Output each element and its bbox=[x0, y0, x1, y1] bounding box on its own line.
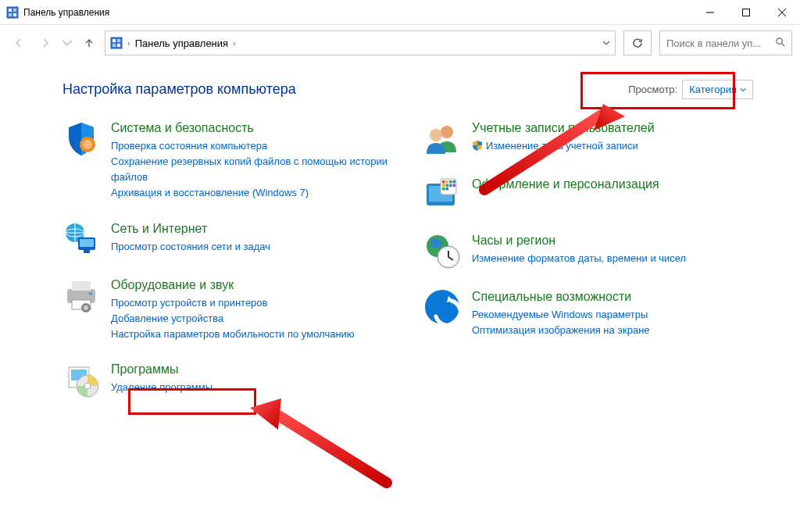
chevron-right-icon: › bbox=[233, 38, 236, 48]
category-title-system[interactable]: Система и безопасность bbox=[111, 121, 392, 135]
search-placeholder: Поиск в панели уп... bbox=[666, 37, 770, 49]
category-programs: Программы Удаление программы bbox=[62, 361, 392, 398]
svg-rect-40 bbox=[449, 184, 452, 187]
svg-rect-43 bbox=[446, 187, 449, 191]
category-title-ease[interactable]: Специальные возможности bbox=[472, 290, 753, 304]
sublink-hardware-0[interactable]: Просмотр устройств и принтеров bbox=[111, 295, 392, 311]
view-dropdown[interactable]: Категория bbox=[682, 80, 753, 99]
svg-rect-9 bbox=[112, 44, 116, 47]
svg-point-29 bbox=[441, 126, 453, 138]
category-title-programs[interactable]: Программы bbox=[111, 362, 392, 377]
close-button[interactable] bbox=[764, 0, 800, 25]
svg-rect-4 bbox=[13, 13, 16, 16]
category-title-clock[interactable]: Часы и регион bbox=[472, 234, 753, 248]
svg-rect-2 bbox=[13, 9, 16, 12]
breadcrumb-root[interactable]: Панель управления bbox=[135, 37, 228, 49]
svg-rect-18 bbox=[84, 250, 90, 253]
chevron-right-icon: › bbox=[127, 38, 130, 48]
page-title: Настройка параметров компьютера bbox=[62, 81, 628, 98]
category-clock: Часы и регион Изменение форматов даты, в… bbox=[423, 232, 753, 270]
users-icon bbox=[423, 120, 461, 157]
programs-disc-icon bbox=[62, 361, 100, 398]
svg-rect-35 bbox=[446, 180, 449, 184]
svg-rect-7 bbox=[112, 39, 116, 42]
sublink-network-0[interactable]: Просмотр состояния сети и задач bbox=[111, 239, 392, 255]
sublink-programs-uninstall[interactable]: Удаление программы bbox=[111, 380, 392, 395]
svg-point-13 bbox=[83, 140, 92, 149]
maximize-button[interactable] bbox=[728, 0, 764, 25]
svg-rect-3 bbox=[9, 13, 12, 16]
sublink-ease-1[interactable]: Оптимизация изображения на экране bbox=[472, 323, 753, 338]
category-title-hardware[interactable]: Оборудование и звук bbox=[111, 278, 392, 292]
category-title-users[interactable]: Учетные записи пользователей bbox=[472, 121, 753, 135]
category-title-network[interactable]: Сеть и Интернет bbox=[111, 222, 392, 236]
category-title-appearance[interactable]: Оформление и персонализация bbox=[472, 177, 753, 191]
svg-point-11 bbox=[777, 38, 782, 44]
refresh-button[interactable] bbox=[623, 30, 652, 55]
svg-rect-20 bbox=[72, 281, 91, 291]
sublink-system-1[interactable]: Сохранение резервных копий файлов с помо… bbox=[111, 154, 392, 185]
navbar: › Панель управления › Поиск в панели уп.… bbox=[0, 25, 800, 61]
svg-point-24 bbox=[84, 305, 88, 310]
category-ease: Специальные возможности Рекомендуемые Wi… bbox=[423, 288, 753, 338]
address-dropdown-icon[interactable] bbox=[602, 37, 610, 49]
svg-rect-38 bbox=[442, 184, 445, 187]
globe-network-icon bbox=[62, 220, 100, 258]
sublink-hardware-2[interactable]: Настройка параметров мобильности по умол… bbox=[111, 327, 392, 342]
category-appearance: Оформление и персонализация bbox=[423, 176, 753, 213]
svg-rect-41 bbox=[453, 184, 456, 187]
minimize-button[interactable] bbox=[692, 0, 728, 25]
chevron-down-icon bbox=[740, 87, 746, 93]
svg-rect-10 bbox=[117, 44, 120, 47]
left-column: Система и безопасность Проверка состояни… bbox=[62, 120, 392, 417]
printer-icon bbox=[62, 277, 100, 314]
search-input[interactable]: Поиск в панели уп... bbox=[659, 30, 792, 55]
uac-shield-icon bbox=[472, 140, 483, 151]
svg-rect-42 bbox=[442, 187, 445, 191]
category-system: Система и безопасность Проверка состояни… bbox=[62, 120, 392, 202]
svg-rect-34 bbox=[442, 180, 445, 184]
svg-point-47 bbox=[425, 290, 459, 324]
sublink-system-2[interactable]: Архивация и восстановление (Windows 7) bbox=[111, 185, 392, 201]
search-icon bbox=[775, 37, 785, 49]
sublink-system-0[interactable]: Проверка состояния компьютера bbox=[111, 138, 392, 154]
svg-rect-36 bbox=[449, 180, 452, 184]
view-value-text: Категория bbox=[689, 84, 737, 95]
address-icon bbox=[110, 37, 123, 49]
titlebar: Панель управления bbox=[0, 0, 800, 25]
content-area: Настройка параметров компьютера Просмотр… bbox=[0, 61, 800, 436]
svg-point-28 bbox=[84, 383, 91, 389]
svg-rect-5 bbox=[743, 9, 750, 16]
svg-point-22 bbox=[89, 292, 92, 295]
category-hardware: Оборудование и звук Просмотр устройств и… bbox=[62, 277, 392, 342]
address-bar[interactable]: › Панель управления › bbox=[105, 30, 616, 55]
sublink-users-change-type[interactable]: Изменение типа учетной записи bbox=[486, 138, 638, 154]
clock-globe-icon bbox=[423, 232, 461, 270]
view-control: Просмотр: Категория bbox=[628, 80, 753, 99]
svg-rect-1 bbox=[9, 9, 12, 12]
window-title: Панель управления bbox=[23, 7, 692, 18]
up-button[interactable] bbox=[78, 32, 100, 54]
svg-rect-39 bbox=[446, 184, 449, 187]
svg-rect-17 bbox=[80, 239, 94, 247]
category-network: Сеть и Интернет Просмотр состояния сети … bbox=[62, 220, 392, 258]
back-button[interactable] bbox=[8, 32, 30, 54]
appearance-icon bbox=[423, 176, 461, 213]
right-column: Учетные записи пользователей Изменение т… bbox=[423, 120, 753, 417]
view-label: Просмотр: bbox=[628, 84, 677, 95]
sublink-hardware-1[interactable]: Добавление устройства bbox=[111, 311, 392, 327]
shield-icon bbox=[62, 120, 100, 157]
svg-rect-37 bbox=[453, 180, 456, 184]
sublink-clock-0[interactable]: Изменение форматов даты, времени и чисел bbox=[472, 251, 753, 266]
ease-of-access-icon bbox=[423, 288, 461, 326]
sublink-ease-0[interactable]: Рекомендуемые Windows параметры bbox=[472, 307, 753, 323]
category-users: Учетные записи пользователей Изменение т… bbox=[423, 120, 753, 157]
svg-point-30 bbox=[430, 129, 442, 141]
control-panel-icon bbox=[6, 6, 19, 19]
forward-button[interactable] bbox=[34, 32, 56, 54]
recent-dropdown[interactable] bbox=[61, 32, 73, 54]
svg-rect-8 bbox=[117, 39, 120, 42]
